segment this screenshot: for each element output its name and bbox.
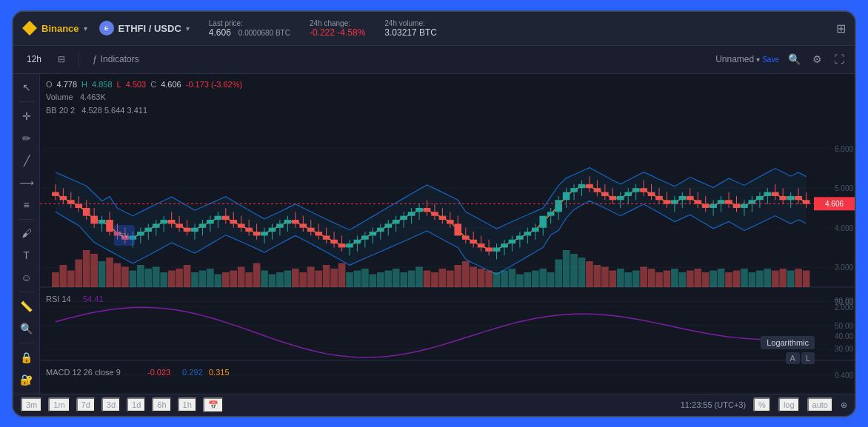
logarithmic-button[interactable]: Logarithmic bbox=[761, 336, 815, 349]
ohlc-c-value: 4.606 bbox=[161, 78, 181, 92]
ohlc-o-value: 4.778 bbox=[57, 78, 78, 92]
indicator-icon: ƒ bbox=[93, 54, 98, 64]
ohlc-l-label: L bbox=[117, 78, 121, 92]
ray-icon[interactable]: ⟶ bbox=[17, 173, 36, 192]
sidebar-sep-3 bbox=[19, 292, 34, 292]
bb-row: BB 20 2 4.528 5.644 3.411 bbox=[46, 104, 242, 118]
unnamed-button[interactable]: Unnamed ▾ Save bbox=[715, 54, 779, 64]
brand-name: Binance bbox=[41, 23, 79, 34]
timeframe-1h[interactable]: 1h bbox=[178, 397, 197, 412]
sidebar-sep-1 bbox=[19, 101, 34, 102]
ohlc-o-label: O bbox=[46, 78, 53, 92]
ohlc-l-value: 4.503 bbox=[126, 78, 147, 92]
brand-chevron-icon: ▾ bbox=[84, 24, 87, 33]
top-header: Binance ▾ E ETHFI / USDC ▾ Last price: 4… bbox=[13, 12, 855, 46]
header-right: ⊞ bbox=[836, 21, 846, 36]
bottom-bar: 3m 1m 7d 3d 1d 6h 1h 📅 11:23:55 (UTC+3) … bbox=[13, 394, 855, 416]
sidebar-sep-4 bbox=[19, 343, 34, 343]
brush-icon[interactable]: 🖌 bbox=[17, 224, 36, 243]
app-window: Binance ▾ E ETHFI / USDC ▾ Last price: 4… bbox=[12, 10, 856, 417]
main-content: ↖ ✛ ✏ ╱ ⟶ ≡ 🖌 T ☺ 📏 🔍 🔒 🔐 O bbox=[13, 74, 855, 394]
change-group: 24h change: -0.222 -4.58% bbox=[310, 19, 365, 38]
timeframe-7d[interactable]: 7d bbox=[76, 397, 96, 412]
clock-time: 11:23:55 (UTC+3) bbox=[681, 400, 746, 409]
fullscreen-icon[interactable]: ⛶ bbox=[831, 50, 847, 68]
pair-icon: E bbox=[99, 21, 114, 36]
trend-line-icon[interactable]: ╱ bbox=[17, 151, 36, 170]
timeframe-1m[interactable]: 1m bbox=[48, 397, 70, 412]
indicators-button[interactable]: ƒ Indicators bbox=[87, 51, 145, 67]
channel-icon[interactable]: ≡ bbox=[17, 195, 36, 215]
pair-selector[interactable]: E ETHFI / USDC ▾ bbox=[99, 21, 190, 36]
timeframe-3m[interactable]: 3m bbox=[21, 397, 42, 412]
lock-icon[interactable]: 🔐 bbox=[17, 370, 36, 389]
left-sidebar: ↖ ✛ ✏ ╱ ⟶ ≡ 🖌 T ☺ 📏 🔍 🔒 🔐 bbox=[13, 74, 40, 394]
timeframe-1d[interactable]: 1d bbox=[127, 397, 146, 412]
change-value: -0.222 -4.58% bbox=[310, 27, 365, 38]
auto-scale-button[interactable]: A bbox=[786, 352, 800, 364]
pair-name: ETHFI / USDC bbox=[118, 23, 181, 34]
auto-scale-bottom-button[interactable]: auto bbox=[807, 397, 833, 412]
volume-row: Volume 4.463K bbox=[46, 91, 242, 104]
percent-scale-button[interactable]: % bbox=[753, 397, 771, 412]
tv-watermark: TV bbox=[114, 225, 135, 246]
candlestick-icon: ⊟ bbox=[58, 54, 65, 64]
bottom-right: 11:23:55 (UTC+3) % log auto ⊕ bbox=[681, 397, 847, 412]
text-icon[interactable]: T bbox=[17, 246, 36, 265]
ohlc-c-label: C bbox=[150, 78, 156, 92]
timeframe-6h[interactable]: 6h bbox=[152, 397, 171, 412]
pair-chevron-icon: ▾ bbox=[186, 24, 190, 33]
log-scale-button[interactable]: L bbox=[801, 352, 815, 364]
chart-type-button[interactable]: ⊟ bbox=[52, 51, 71, 67]
sidebar-sep-2 bbox=[19, 219, 34, 220]
ohlc-info: O 4.778 H 4.858 L 4.503 C 4.606 -0.173 (… bbox=[46, 78, 242, 118]
last-price-label: Last price: bbox=[209, 19, 290, 27]
magnet-icon[interactable]: 🔒 bbox=[17, 348, 36, 367]
ohlc-change: -0.173 (-3.62%) bbox=[186, 78, 242, 92]
save-label: Save bbox=[762, 56, 779, 64]
calendar-icon-button[interactable]: 📅 bbox=[203, 397, 224, 413]
cursor-tool-icon[interactable]: ↖ bbox=[17, 78, 36, 98]
ruler-icon[interactable]: 📏 bbox=[17, 297, 36, 316]
pencil-icon[interactable]: ✏ bbox=[17, 129, 36, 148]
unnamed-chevron-icon: ▾ bbox=[756, 56, 760, 64]
chart-toolbar: 12h ⊟ ƒ Indicators Unnamed ▾ Save 🔍 ⚙ ⛶ bbox=[13, 46, 855, 74]
binance-logo-icon bbox=[22, 21, 37, 36]
search-icon[interactable]: 🔍 bbox=[785, 50, 804, 68]
brand-area[interactable]: Binance ▾ bbox=[22, 21, 87, 36]
ohlc-h-value: 4.858 bbox=[92, 78, 113, 92]
tv-logo-icon: TV bbox=[114, 225, 135, 246]
log-scale-bottom-button[interactable]: log bbox=[778, 397, 800, 412]
chart-area: O 4.778 H 4.858 L 4.503 C 4.606 -0.173 (… bbox=[40, 74, 855, 394]
settings-bottom-icon[interactable]: ⊕ bbox=[841, 400, 847, 410]
grid-icon[interactable]: ⊞ bbox=[836, 21, 846, 36]
chart-canvas[interactable] bbox=[40, 74, 855, 394]
zoom-icon[interactable]: 🔍 bbox=[17, 319, 36, 338]
emoji-icon[interactable]: ☺ bbox=[17, 268, 36, 287]
timeframe-button[interactable]: 12h bbox=[21, 51, 47, 67]
settings-icon[interactable]: ⚙ bbox=[809, 50, 825, 68]
volume-value: 3.03217 BTC bbox=[384, 27, 437, 38]
toolbar-separator bbox=[79, 52, 79, 67]
timeframe-3d[interactable]: 3d bbox=[101, 397, 121, 412]
toolbar-right: Unnamed ▾ Save 🔍 ⚙ ⛶ bbox=[715, 50, 847, 68]
al-button-group: A L bbox=[786, 352, 815, 364]
last-price-value: 4.606 0.0000680 BTC bbox=[209, 27, 290, 38]
last-price-group: Last price: 4.606 0.0000680 BTC bbox=[209, 19, 290, 38]
volume-label: 24h volume: bbox=[384, 19, 437, 27]
volume-group: 24h volume: 3.03217 BTC bbox=[384, 19, 437, 38]
crosshair-icon[interactable]: ✛ bbox=[17, 107, 36, 126]
ohlc-h-label: H bbox=[81, 78, 87, 92]
change-label: 24h change: bbox=[310, 19, 365, 27]
